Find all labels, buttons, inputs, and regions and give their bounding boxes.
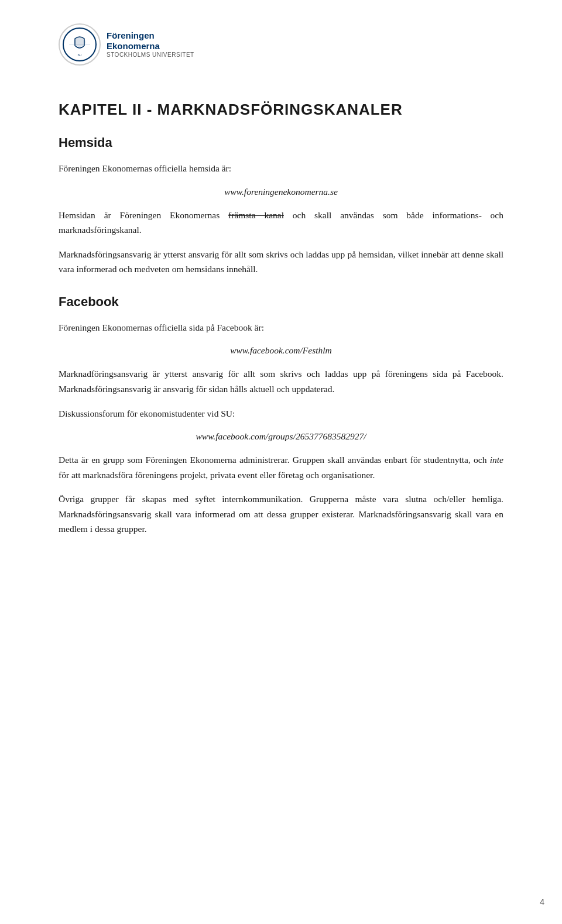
facebook-intro-paragraph: Föreningen Ekonomernas officiella sida p… [59, 320, 503, 335]
svg-text:SU: SU [78, 53, 82, 57]
page-number: 4 [540, 897, 544, 906]
logo-container: SU Föreningen Ekonomerna Stockholms Univ… [59, 23, 194, 66]
page: SU Föreningen Ekonomerna Stockholms Univ… [0, 0, 562, 924]
logo-emblem: SU [59, 23, 101, 66]
brand-sub: Stockholms Universitet [107, 51, 194, 59]
section-facebook: Facebook Föreningen Ekonomernas officiel… [59, 294, 503, 537]
facebook-group-url: www.facebook.com/groups/265377683582927/ [59, 431, 503, 442]
facebook-body2-paragraph: Detta är en grupp som Föreningen Ekonome… [59, 452, 503, 482]
brand-name: Föreningen Ekonomerna [107, 30, 194, 51]
italic-text: inte [490, 455, 503, 465]
facebook-body1-paragraph: Marknadföringsansvarig är ytterst ansvar… [59, 366, 503, 396]
section-hemsida: Hemsida Föreningen Ekonomernas officiell… [59, 135, 503, 277]
facebook-body3-paragraph: Övriga grupper får skapas med syftet int… [59, 492, 503, 537]
svg-point-1 [74, 37, 85, 47]
strikethrough-text: främsta kanal [228, 210, 284, 220]
facebook-heading: Facebook [59, 294, 503, 310]
hemsida-url: www.foreningenekonomerna.se [59, 187, 503, 197]
hemsida-body2-paragraph: Marknadsföringsansvarig är ytterst ansva… [59, 247, 503, 277]
logo-text: Föreningen Ekonomerna Stockholms Univers… [107, 30, 194, 59]
header: SU Föreningen Ekonomerna Stockholms Univ… [59, 23, 503, 66]
chapter-title: KAPITEL II - MARKNADSFÖRINGSKANALER [59, 101, 503, 119]
hemsida-heading: Hemsida [59, 135, 503, 150]
facebook-url: www.facebook.com/Festhlm [59, 345, 503, 356]
facebook-diskussion-label: Diskussionsforum för ekonomistudenter vi… [59, 406, 503, 421]
hemsida-intro-paragraph: Föreningen Ekonomernas officiella hemsid… [59, 161, 503, 176]
hemsida-body1-paragraph: Hemsidan är Föreningen Ekonomernas främs… [59, 208, 503, 238]
